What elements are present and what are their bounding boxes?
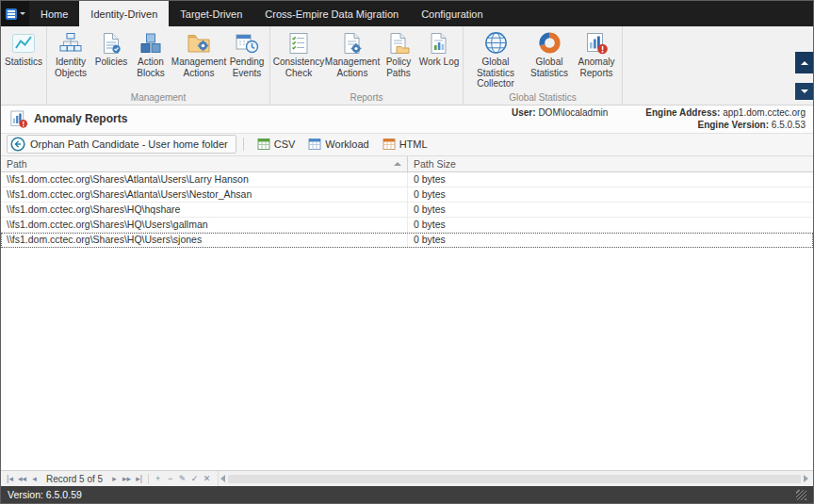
ribbon-button-label: Management Actions xyxy=(171,57,226,78)
horizontal-scrollbar[interactable] xyxy=(218,471,810,486)
nav-next-page-button[interactable]: ▸▸ xyxy=(121,472,133,486)
nav-record-label: Record 5 of 5 xyxy=(41,474,108,484)
engine-address-value: app1.dom.cctec.org xyxy=(723,107,806,118)
ribbon-group-label: Global Statistics xyxy=(465,91,620,105)
app-menu-button[interactable] xyxy=(1,1,29,26)
ribbon-button-identity-objects[interactable]: Identity Objects xyxy=(49,28,92,80)
version-label: Version: 6.5.0.59 xyxy=(8,489,82,500)
ribbon-group-management: Identity Objects Policies Action Blocks xyxy=(47,26,270,105)
nav-delete-button[interactable]: − xyxy=(164,472,176,486)
path-size-cell: 0 bytes xyxy=(408,233,813,247)
ribbon-button-work-log[interactable]: Work Log xyxy=(417,28,461,70)
engine-address-label: Engine Address: xyxy=(645,107,720,118)
column-header-path[interactable]: Path xyxy=(1,156,408,171)
app-menu-icon xyxy=(6,8,17,20)
path-size-cell: 0 bytes xyxy=(408,172,813,187)
table-row[interactable]: \\fs1.dom.cctec.org\Shares\HQ\Users\gall… xyxy=(1,218,813,233)
tab-cross-empire-data-migration[interactable]: Cross-Empire Data Migration xyxy=(253,1,410,26)
ribbon-group-label: Reports xyxy=(272,91,461,105)
workload-button-label: Workload xyxy=(325,138,368,150)
report-toolbar: Orphan Path Candidate - User home folder… xyxy=(1,134,813,156)
ribbon-button-anomaly-reports[interactable]: Anomaly Reports xyxy=(573,28,620,80)
csv-button-label: CSV xyxy=(274,138,296,150)
ribbon-button-label: Action Blocks xyxy=(131,57,171,78)
html-button[interactable]: HTML xyxy=(376,136,434,153)
tab-home[interactable]: Home xyxy=(29,1,79,26)
ribbon-button-label: Consistency Check xyxy=(273,57,324,78)
csv-icon xyxy=(257,138,270,151)
ribbon-tab-bar: Home Identity-Driven Target-Driven Cross… xyxy=(1,1,813,26)
ribbon-button-label: Work Log xyxy=(419,57,460,68)
ribbon-button-management-actions-report[interactable]: Management Actions xyxy=(325,28,380,80)
ribbon-button-label: Global Statistics Collector xyxy=(466,57,525,89)
nav-next-button[interactable]: ▸ xyxy=(108,472,121,486)
ribbon-button-consistency-check[interactable]: Consistency Check xyxy=(272,28,325,80)
ribbon-button-label: Global Statistics xyxy=(527,57,572,78)
tab-target-driven[interactable]: Target-Driven xyxy=(169,1,253,26)
anomaly-reports-icon xyxy=(584,30,609,56)
ribbon-group-label: Management xyxy=(49,91,268,105)
app-menu-caret-icon xyxy=(20,12,25,15)
engine-address-info: Engine Address: app1.dom.cctec.org xyxy=(645,106,806,119)
action-blocks-icon xyxy=(138,30,163,56)
table-row[interactable]: \\fs1.dom.cctec.org\Shares\Atlanta\Users… xyxy=(1,172,813,187)
path-cell: \\fs1.dom.cctec.org\Shares\HQ\Users\sjon… xyxy=(1,233,408,247)
chevron-up-icon xyxy=(801,61,808,65)
user-info: User: DOM\localadmin xyxy=(512,106,608,119)
html-icon xyxy=(383,138,396,151)
nav-last-button[interactable]: ▸| xyxy=(133,472,145,486)
ribbon-button-label: Policies xyxy=(95,57,127,68)
management-actions-icon xyxy=(187,30,211,56)
ribbon-button-policy-paths[interactable]: Policy Paths xyxy=(380,28,417,80)
global-statistics-collector-icon xyxy=(483,30,509,56)
nav-first-button[interactable]: |◂ xyxy=(4,472,16,486)
user-label: User: xyxy=(512,107,536,118)
ribbon-group-statistics: Statistics xyxy=(1,26,47,105)
scroll-right-icon[interactable] xyxy=(804,475,808,482)
scroll-left-icon[interactable] xyxy=(220,475,225,482)
ribbon-button-global-statistics[interactable]: Global Statistics xyxy=(526,28,573,80)
ribbon-collapse-button[interactable] xyxy=(795,52,813,73)
ribbon-button-policies[interactable]: Policies xyxy=(92,28,130,70)
nav-edit-button[interactable]: ✎ xyxy=(176,472,188,486)
nav-prev-button[interactable]: ◂ xyxy=(28,472,41,486)
engine-version-value: 6.5.0.53 xyxy=(772,120,806,130)
page-header: Anomaly Reports User: DOM\localadmin Eng… xyxy=(1,106,813,134)
table-row-selected[interactable]: \\fs1.dom.cctec.org\Shares\HQ\Users\sjon… xyxy=(1,233,813,248)
app-window: Home Identity-Driven Target-Driven Cross… xyxy=(0,0,814,504)
nav-prev-page-button[interactable]: ◂◂ xyxy=(16,472,28,486)
table-row[interactable]: \\fs1.dom.cctec.org\Shares\Atlanta\Users… xyxy=(1,187,813,203)
path-size-cell: 0 bytes xyxy=(408,187,813,202)
anomaly-reports-title-icon xyxy=(8,106,28,132)
ribbon-button-label: Statistics xyxy=(5,57,42,68)
ribbon-group-reports: Consistency Check Management Actions Pol… xyxy=(270,26,464,105)
identity-objects-icon xyxy=(58,30,83,56)
tab-identity-driven[interactable]: Identity-Driven xyxy=(79,1,169,26)
policies-icon xyxy=(99,30,123,56)
ribbon-button-management-actions[interactable]: Management Actions xyxy=(171,28,226,80)
path-size-cell: 0 bytes xyxy=(408,218,813,232)
scrollbar-thumb[interactable] xyxy=(228,475,801,483)
grid-empty-area xyxy=(1,248,813,471)
nav-cancel-button[interactable]: ✕ xyxy=(201,472,213,486)
table-row[interactable]: \\fs1.dom.cctec.org\Shares\HQ\hqshare 0 … xyxy=(1,203,813,218)
workload-button[interactable]: Workload xyxy=(301,136,375,153)
ribbon-group-label xyxy=(3,91,44,105)
resize-grip-icon[interactable] xyxy=(796,490,806,500)
ribbon-button-label: Identity Objects xyxy=(50,57,91,78)
back-button[interactable]: Orphan Path Candidate - User home folder xyxy=(7,135,236,154)
nav-endedit-button[interactable]: ✓ xyxy=(188,472,201,486)
pending-events-icon xyxy=(235,30,259,56)
workload-icon xyxy=(308,138,321,151)
ribbon-button-statistics[interactable]: Statistics xyxy=(3,28,44,70)
ribbon-button-global-statistics-collector[interactable]: Global Statistics Collector xyxy=(465,28,526,91)
column-header-path-size[interactable]: Path Size xyxy=(408,156,813,171)
ribbon-button-action-blocks[interactable]: Action Blocks xyxy=(130,28,171,80)
tab-configuration[interactable]: Configuration xyxy=(410,1,494,26)
nav-append-button[interactable]: + xyxy=(152,472,164,486)
ribbon-button-pending-events[interactable]: Pending Events xyxy=(226,28,268,80)
policy-paths-icon xyxy=(386,30,411,56)
consistency-check-icon xyxy=(286,30,311,56)
csv-button[interactable]: CSV xyxy=(251,136,302,153)
ribbon-options-button[interactable] xyxy=(795,83,813,100)
